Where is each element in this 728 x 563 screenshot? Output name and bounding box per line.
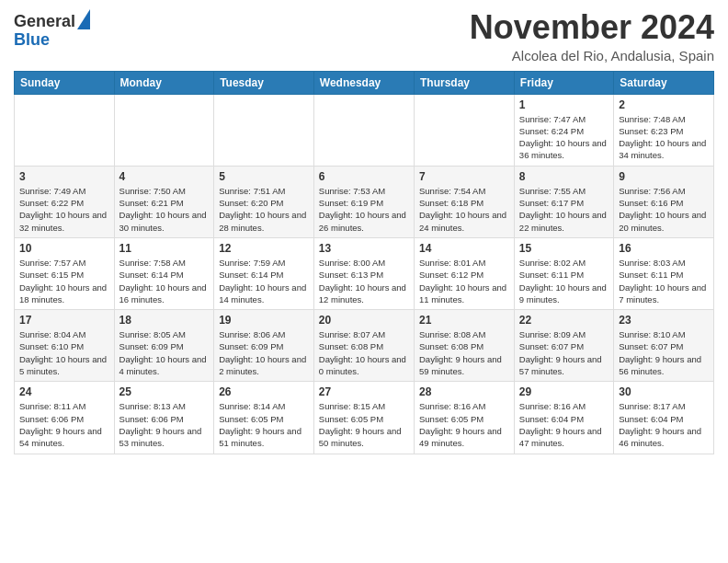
- cell-content: Sunrise: 8:16 AMSunset: 6:04 PMDaylight:…: [519, 400, 609, 449]
- weekday-header-wednesday: Wednesday: [313, 71, 414, 94]
- cell-content: Sunrise: 8:14 AMSunset: 6:05 PMDaylight:…: [219, 400, 309, 449]
- calendar-cell: 17Sunrise: 8:04 AMSunset: 6:10 PMDayligh…: [15, 310, 115, 382]
- calendar-week-3: 10Sunrise: 7:57 AMSunset: 6:15 PMDayligh…: [15, 237, 714, 309]
- cell-content: Sunrise: 8:13 AMSunset: 6:06 PMDaylight:…: [119, 400, 210, 449]
- day-number: 21: [419, 314, 509, 327]
- calendar-cell: 5Sunrise: 7:51 AMSunset: 6:20 PMDaylight…: [214, 166, 314, 237]
- calendar-cell: 13Sunrise: 8:00 AMSunset: 6:13 PMDayligh…: [313, 237, 414, 309]
- calendar-cell: [15, 94, 115, 166]
- calendar-cell: 6Sunrise: 7:53 AMSunset: 6:19 PMDaylight…: [313, 166, 414, 237]
- day-number: 18: [119, 314, 210, 327]
- weekday-header-monday: Monday: [114, 71, 214, 94]
- calendar-cell: 9Sunrise: 7:56 AMSunset: 6:16 PMDaylight…: [614, 166, 714, 237]
- calendar-cell: [313, 94, 414, 166]
- day-number: 22: [519, 314, 609, 327]
- calendar-cell: 3Sunrise: 7:49 AMSunset: 6:22 PMDaylight…: [15, 166, 115, 237]
- day-number: 6: [319, 170, 409, 183]
- calendar-cell: 21Sunrise: 8:08 AMSunset: 6:08 PMDayligh…: [415, 310, 515, 382]
- cell-content: Sunrise: 8:10 AMSunset: 6:07 PMDaylight:…: [619, 328, 709, 377]
- cell-content: Sunrise: 7:49 AMSunset: 6:22 PMDaylight:…: [19, 185, 109, 234]
- calendar-cell: [114, 94, 214, 166]
- calendar-week-4: 17Sunrise: 8:04 AMSunset: 6:10 PMDayligh…: [15, 310, 714, 382]
- calendar-week-5: 24Sunrise: 8:11 AMSunset: 6:06 PMDayligh…: [15, 382, 714, 454]
- calendar-cell: 11Sunrise: 7:58 AMSunset: 6:14 PMDayligh…: [114, 237, 214, 309]
- calendar-cell: 8Sunrise: 7:55 AMSunset: 6:17 PMDaylight…: [514, 166, 613, 237]
- day-number: 5: [219, 170, 309, 183]
- calendar-week-2: 3Sunrise: 7:49 AMSunset: 6:22 PMDaylight…: [15, 166, 714, 237]
- calendar-cell: 23Sunrise: 8:10 AMSunset: 6:07 PMDayligh…: [614, 310, 714, 382]
- calendar-cell: 2Sunrise: 7:48 AMSunset: 6:23 PMDaylight…: [614, 94, 714, 166]
- cell-content: Sunrise: 7:56 AMSunset: 6:16 PMDaylight:…: [619, 185, 709, 234]
- day-number: 1: [519, 98, 609, 111]
- weekday-header-friday: Friday: [514, 71, 613, 94]
- day-number: 13: [319, 242, 409, 255]
- day-number: 30: [619, 385, 709, 398]
- day-number: 27: [319, 385, 409, 398]
- calendar-cell: 30Sunrise: 8:17 AMSunset: 6:04 PMDayligh…: [614, 382, 714, 454]
- weekday-header-tuesday: Tuesday: [214, 71, 314, 94]
- cell-content: Sunrise: 8:04 AMSunset: 6:10 PMDaylight:…: [19, 328, 109, 377]
- day-number: 7: [419, 170, 509, 183]
- cell-content: Sunrise: 8:05 AMSunset: 6:09 PMDaylight:…: [119, 328, 210, 377]
- day-number: 20: [319, 314, 409, 327]
- calendar-cell: 28Sunrise: 8:16 AMSunset: 6:05 PMDayligh…: [415, 382, 515, 454]
- cell-content: Sunrise: 8:11 AMSunset: 6:06 PMDaylight:…: [19, 400, 109, 449]
- day-number: 26: [219, 385, 309, 398]
- day-number: 4: [119, 170, 210, 183]
- day-number: 15: [519, 242, 609, 255]
- calendar-cell: 15Sunrise: 8:02 AMSunset: 6:11 PMDayligh…: [514, 237, 613, 309]
- day-number: 3: [19, 170, 109, 183]
- location-subtitle: Alcolea del Rio, Andalusia, Spain: [470, 48, 714, 63]
- calendar-cell: 24Sunrise: 8:11 AMSunset: 6:06 PMDayligh…: [15, 382, 115, 454]
- calendar-cell: 19Sunrise: 8:06 AMSunset: 6:09 PMDayligh…: [214, 310, 314, 382]
- calendar-cell: 4Sunrise: 7:50 AMSunset: 6:21 PMDaylight…: [114, 166, 214, 237]
- cell-content: Sunrise: 7:48 AMSunset: 6:23 PMDaylight:…: [619, 113, 709, 162]
- cell-content: Sunrise: 7:53 AMSunset: 6:19 PMDaylight:…: [319, 185, 409, 234]
- logo-blue: Blue: [14, 31, 75, 50]
- calendar-cell: 1Sunrise: 7:47 AMSunset: 6:24 PMDaylight…: [514, 94, 613, 166]
- calendar-header-row: SundayMondayTuesdayWednesdayThursdayFrid…: [15, 71, 714, 94]
- day-number: 29: [519, 385, 609, 398]
- day-number: 2: [619, 98, 709, 111]
- cell-content: Sunrise: 7:54 AMSunset: 6:18 PMDaylight:…: [419, 185, 509, 234]
- cell-content: Sunrise: 7:59 AMSunset: 6:14 PMDaylight:…: [219, 257, 309, 305]
- calendar-cell: 18Sunrise: 8:05 AMSunset: 6:09 PMDayligh…: [114, 310, 214, 382]
- day-number: 19: [219, 314, 309, 327]
- day-number: 8: [519, 170, 609, 183]
- calendar-cell: 27Sunrise: 8:15 AMSunset: 6:05 PMDayligh…: [313, 382, 414, 454]
- cell-content: Sunrise: 8:17 AMSunset: 6:04 PMDaylight:…: [619, 400, 709, 449]
- cell-content: Sunrise: 8:02 AMSunset: 6:11 PMDaylight:…: [519, 257, 609, 305]
- page-header: General Blue November 2024 Alcolea del R…: [14, 9, 714, 63]
- day-number: 25: [119, 385, 210, 398]
- calendar-cell: 22Sunrise: 8:09 AMSunset: 6:07 PMDayligh…: [514, 310, 613, 382]
- calendar-cell: 26Sunrise: 8:14 AMSunset: 6:05 PMDayligh…: [214, 382, 314, 454]
- calendar-cell: 16Sunrise: 8:03 AMSunset: 6:11 PMDayligh…: [614, 237, 714, 309]
- weekday-header-saturday: Saturday: [614, 71, 714, 94]
- calendar-table: SundayMondayTuesdayWednesdayThursdayFrid…: [14, 71, 714, 454]
- day-number: 24: [19, 385, 109, 398]
- title-block: November 2024 Alcolea del Rio, Andalusia…: [470, 9, 714, 63]
- cell-content: Sunrise: 8:06 AMSunset: 6:09 PMDaylight:…: [219, 328, 309, 377]
- day-number: 14: [419, 242, 509, 255]
- day-number: 16: [619, 242, 709, 255]
- calendar-cell: [415, 94, 515, 166]
- cell-content: Sunrise: 8:03 AMSunset: 6:11 PMDaylight:…: [619, 257, 709, 305]
- day-number: 28: [419, 385, 509, 398]
- cell-content: Sunrise: 7:51 AMSunset: 6:20 PMDaylight:…: [219, 185, 309, 234]
- calendar-cell: 7Sunrise: 7:54 AMSunset: 6:18 PMDaylight…: [415, 166, 515, 237]
- cell-content: Sunrise: 7:55 AMSunset: 6:17 PMDaylight:…: [519, 185, 609, 234]
- day-number: 12: [219, 242, 309, 255]
- cell-content: Sunrise: 7:50 AMSunset: 6:21 PMDaylight:…: [119, 185, 210, 234]
- cell-content: Sunrise: 8:09 AMSunset: 6:07 PMDaylight:…: [519, 328, 609, 377]
- weekday-header-thursday: Thursday: [415, 71, 515, 94]
- cell-content: Sunrise: 8:15 AMSunset: 6:05 PMDaylight:…: [319, 400, 409, 449]
- calendar-cell: 10Sunrise: 7:57 AMSunset: 6:15 PMDayligh…: [15, 237, 115, 309]
- day-number: 23: [619, 314, 709, 327]
- day-number: 11: [119, 242, 210, 255]
- calendar-cell: [214, 94, 314, 166]
- cell-content: Sunrise: 8:01 AMSunset: 6:12 PMDaylight:…: [419, 257, 509, 305]
- day-number: 9: [619, 170, 709, 183]
- calendar-cell: 14Sunrise: 8:01 AMSunset: 6:12 PMDayligh…: [415, 237, 515, 309]
- calendar-cell: 12Sunrise: 7:59 AMSunset: 6:14 PMDayligh…: [214, 237, 314, 309]
- cell-content: Sunrise: 7:58 AMSunset: 6:14 PMDaylight:…: [119, 257, 210, 305]
